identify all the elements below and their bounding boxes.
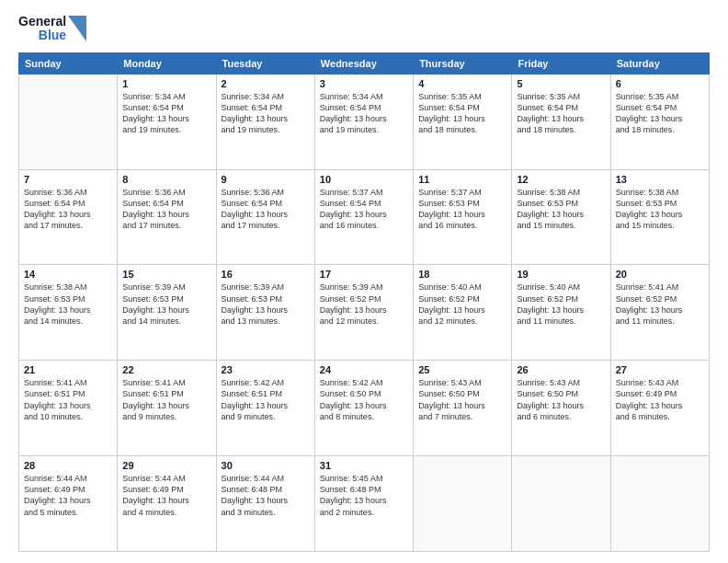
day-number: 19 [517,269,605,280]
day-info: Sunrise: 5:43 AMSunset: 6:50 PMDaylight:… [517,377,605,422]
day-info: Sunrise: 5:42 AMSunset: 6:50 PMDaylight:… [320,377,408,422]
calendar-cell: 14Sunrise: 5:38 AMSunset: 6:53 PMDayligh… [19,265,118,361]
calendar-cell: 28Sunrise: 5:44 AMSunset: 6:49 PMDayligh… [19,456,118,552]
calendar-cell: 10Sunrise: 5:37 AMSunset: 6:54 PMDayligh… [314,169,413,265]
day-info: Sunrise: 5:40 AMSunset: 6:52 PMDaylight:… [418,282,506,327]
calendar-cell: 27Sunrise: 5:43 AMSunset: 6:49 PMDayligh… [610,361,709,456]
day-number: 8 [122,174,210,185]
calendar-cell: 22Sunrise: 5:41 AMSunset: 6:51 PMDayligh… [118,361,216,456]
calendar-cell: 25Sunrise: 5:43 AMSunset: 6:50 PMDayligh… [414,361,512,456]
day-info: Sunrise: 5:45 AMSunset: 6:48 PMDaylight:… [320,473,408,518]
calendar-cell [414,456,512,552]
logo-blue: Blue [39,29,66,42]
day-info: Sunrise: 5:42 AMSunset: 6:51 PMDaylight:… [222,377,310,422]
calendar-cell: 1Sunrise: 5:34 AMSunset: 6:54 PMDaylight… [118,74,216,169]
day-number: 25 [418,364,506,375]
week-row-2: 7Sunrise: 5:36 AMSunset: 6:54 PMDaylight… [19,169,710,265]
calendar-cell: 24Sunrise: 5:42 AMSunset: 6:50 PMDayligh… [314,361,413,456]
day-number: 22 [122,364,210,375]
day-info: Sunrise: 5:39 AMSunset: 6:53 PMDaylight:… [122,282,210,327]
day-number: 11 [418,174,506,185]
week-row-5: 28Sunrise: 5:44 AMSunset: 6:49 PMDayligh… [19,456,710,552]
day-info: Sunrise: 5:34 AMSunset: 6:54 PMDaylight:… [122,91,210,136]
logo-arrow-icon [68,16,86,41]
week-row-3: 14Sunrise: 5:38 AMSunset: 6:53 PMDayligh… [19,265,710,361]
day-info: Sunrise: 5:44 AMSunset: 6:49 PMDaylight:… [122,473,210,518]
day-number: 2 [222,78,310,89]
day-info: Sunrise: 5:38 AMSunset: 6:53 PMDaylight:… [517,187,605,232]
day-number: 29 [122,460,210,471]
day-number: 28 [24,460,112,471]
calendar-cell: 30Sunrise: 5:44 AMSunset: 6:48 PMDayligh… [216,456,314,552]
calendar-header-row: SundayMondayTuesdayWednesdayThursdayFrid… [19,52,710,74]
day-number: 15 [122,269,210,280]
calendar-cell: 9Sunrise: 5:36 AMSunset: 6:54 PMDaylight… [216,169,314,265]
day-number: 17 [320,269,408,280]
day-info: Sunrise: 5:37 AMSunset: 6:53 PMDaylight:… [418,187,506,232]
calendar-cell: 15Sunrise: 5:39 AMSunset: 6:53 PMDayligh… [118,265,216,361]
day-number: 10 [320,174,408,185]
day-header-friday: Friday [512,52,610,74]
day-info: Sunrise: 5:38 AMSunset: 6:53 PMDaylight:… [24,282,112,327]
day-number: 27 [616,364,704,375]
day-header-tuesday: Tuesday [216,52,314,74]
day-info: Sunrise: 5:41 AMSunset: 6:51 PMDaylight:… [24,377,112,422]
day-header-monday: Monday [118,52,216,74]
day-info: Sunrise: 5:36 AMSunset: 6:54 PMDaylight:… [222,187,310,232]
day-number: 31 [320,460,408,471]
day-info: Sunrise: 5:36 AMSunset: 6:54 PMDaylight:… [24,187,112,232]
day-number: 23 [222,364,310,375]
calendar-cell: 21Sunrise: 5:41 AMSunset: 6:51 PMDayligh… [19,361,118,456]
week-row-1: 1Sunrise: 5:34 AMSunset: 6:54 PMDaylight… [19,74,710,169]
calendar-table: SundayMondayTuesdayWednesdayThursdayFrid… [18,52,710,552]
day-number: 30 [222,460,310,471]
calendar-cell: 3Sunrise: 5:34 AMSunset: 6:54 PMDaylight… [314,74,413,169]
day-info: Sunrise: 5:35 AMSunset: 6:54 PMDaylight:… [517,91,605,136]
day-number: 20 [616,269,704,280]
day-number: 6 [616,78,704,89]
day-info: Sunrise: 5:39 AMSunset: 6:52 PMDaylight:… [320,282,408,327]
day-info: Sunrise: 5:40 AMSunset: 6:52 PMDaylight:… [517,282,605,327]
day-number: 1 [122,78,210,89]
day-number: 5 [517,78,605,89]
calendar-cell: 23Sunrise: 5:42 AMSunset: 6:51 PMDayligh… [216,361,314,456]
day-info: Sunrise: 5:34 AMSunset: 6:54 PMDaylight:… [320,91,408,136]
day-number: 18 [418,269,506,280]
day-info: Sunrise: 5:39 AMSunset: 6:53 PMDaylight:… [222,282,310,327]
calendar-cell: 7Sunrise: 5:36 AMSunset: 6:54 PMDaylight… [19,169,118,265]
day-info: Sunrise: 5:34 AMSunset: 6:54 PMDaylight:… [222,91,310,136]
day-info: Sunrise: 5:41 AMSunset: 6:51 PMDaylight:… [122,377,210,422]
day-number: 12 [517,174,605,185]
day-number: 3 [320,78,408,89]
calendar-cell: 2Sunrise: 5:34 AMSunset: 6:54 PMDaylight… [216,74,314,169]
day-header-sunday: Sunday [19,52,118,74]
calendar-cell: 5Sunrise: 5:35 AMSunset: 6:54 PMDaylight… [512,74,610,169]
day-number: 13 [616,174,704,185]
day-info: Sunrise: 5:43 AMSunset: 6:49 PMDaylight:… [616,377,704,422]
day-number: 26 [517,364,605,375]
day-info: Sunrise: 5:35 AMSunset: 6:54 PMDaylight:… [616,91,704,136]
logo: General Blue [18,15,86,43]
calendar-cell: 20Sunrise: 5:41 AMSunset: 6:52 PMDayligh… [610,265,709,361]
day-info: Sunrise: 5:38 AMSunset: 6:53 PMDaylight:… [616,187,704,232]
logo-graphic: General Blue [18,15,86,43]
day-info: Sunrise: 5:43 AMSunset: 6:50 PMDaylight:… [418,377,506,422]
header: General Blue [18,15,710,43]
day-header-wednesday: Wednesday [314,52,413,74]
calendar-cell: 12Sunrise: 5:38 AMSunset: 6:53 PMDayligh… [512,169,610,265]
svg-marker-0 [68,16,86,41]
calendar-cell: 17Sunrise: 5:39 AMSunset: 6:52 PMDayligh… [314,265,413,361]
day-number: 14 [24,269,112,280]
calendar-cell: 8Sunrise: 5:36 AMSunset: 6:54 PMDaylight… [118,169,216,265]
calendar-cell: 16Sunrise: 5:39 AMSunset: 6:53 PMDayligh… [216,265,314,361]
calendar-cell: 19Sunrise: 5:40 AMSunset: 6:52 PMDayligh… [512,265,610,361]
calendar-cell [512,456,610,552]
day-number: 16 [222,269,310,280]
day-info: Sunrise: 5:41 AMSunset: 6:52 PMDaylight:… [616,282,704,327]
calendar-cell: 13Sunrise: 5:38 AMSunset: 6:53 PMDayligh… [610,169,709,265]
day-info: Sunrise: 5:37 AMSunset: 6:54 PMDaylight:… [320,187,408,232]
calendar-cell: 31Sunrise: 5:45 AMSunset: 6:48 PMDayligh… [314,456,413,552]
day-number: 9 [222,174,310,185]
calendar-cell: 29Sunrise: 5:44 AMSunset: 6:49 PMDayligh… [118,456,216,552]
day-info: Sunrise: 5:36 AMSunset: 6:54 PMDaylight:… [122,187,210,232]
